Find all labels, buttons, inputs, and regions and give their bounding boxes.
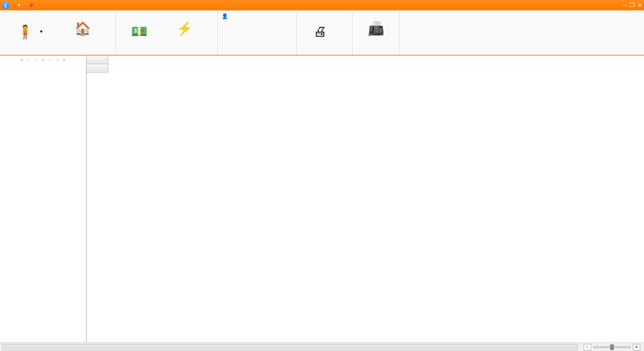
zoom-out-button[interactable]: −	[584, 344, 591, 351]
phones-button[interactable]: 📠	[355, 15, 397, 48]
group-sale-label	[118, 52, 215, 54]
month-navigator: « ‹ › « ‹ › »	[2, 57, 84, 63]
master-header-row	[86, 64, 644, 73]
fax-icon: 📠	[368, 21, 384, 36]
master-hours-button[interactable]: 👤	[220, 12, 232, 20]
zoom-slider[interactable]	[593, 346, 631, 348]
next-year-arr-icon[interactable]: ›	[56, 58, 60, 62]
person-small-icon: 👤	[222, 13, 228, 19]
admin-info	[220, 21, 225, 23]
maximize-icon[interactable]: ❐	[629, 2, 635, 8]
print-button[interactable]: 🖨	[299, 15, 341, 48]
prev-year-icon[interactable]: «	[19, 58, 24, 62]
by-masters-button[interactable]: 🧍 ▼	[2, 15, 58, 48]
zoom-in-button[interactable]: +	[633, 344, 640, 351]
printer-icon: 🖨	[314, 24, 327, 39]
by-rooms-button[interactable]: 🏠	[61, 15, 104, 48]
ribbon: 🧍 ▼ 🏠 💵 ⚡	[0, 10, 644, 56]
zoom-control: − +	[580, 344, 644, 351]
money-icon: 💵	[131, 24, 148, 39]
calendar-sidebar: « ‹ › « ‹ › »	[0, 56, 86, 343]
category-header-row	[86, 56, 644, 64]
pin-icon[interactable]: 📌	[28, 2, 34, 8]
time-column	[87, 73, 108, 343]
prev-month-icon[interactable]: ‹	[26, 58, 30, 62]
prev-year2-icon[interactable]: «	[40, 58, 45, 62]
next-year-icon[interactable]: »	[62, 58, 67, 62]
group-schedule-label	[2, 52, 114, 54]
app-icon: ❮	[2, 1, 9, 9]
group-phones-label	[355, 52, 397, 54]
schedule-grid	[86, 56, 644, 343]
dropdown-icon[interactable]: ▼	[17, 3, 21, 8]
main-area: « ‹ › « ‹ › »	[0, 56, 644, 343]
chevron-down-icon: ▼	[39, 29, 43, 34]
next-month-icon[interactable]: ›	[34, 58, 38, 62]
grid-body[interactable]	[86, 73, 644, 343]
window-controls: ─ ❐ ✕	[622, 2, 642, 8]
minimize-icon[interactable]: ─	[622, 2, 627, 8]
bottom-bar: − +	[0, 343, 644, 351]
menubar: ❮ ▼ 📌 ─ ❐ ✕	[0, 0, 644, 10]
bolt-icon: ⚡	[176, 21, 193, 36]
group-staff-label	[220, 52, 295, 54]
quick-sale-button[interactable]: ⚡	[163, 15, 206, 48]
house-icon: 🏠	[74, 21, 91, 36]
sell-button[interactable]: 💵	[118, 15, 160, 48]
person-icon: 🧍	[17, 24, 33, 40]
horizontal-scrollbar[interactable]	[2, 344, 578, 351]
close-icon[interactable]: ✕	[637, 2, 642, 8]
prev-year-arr-icon[interactable]: ‹	[48, 58, 52, 62]
group-print-label	[299, 52, 350, 54]
